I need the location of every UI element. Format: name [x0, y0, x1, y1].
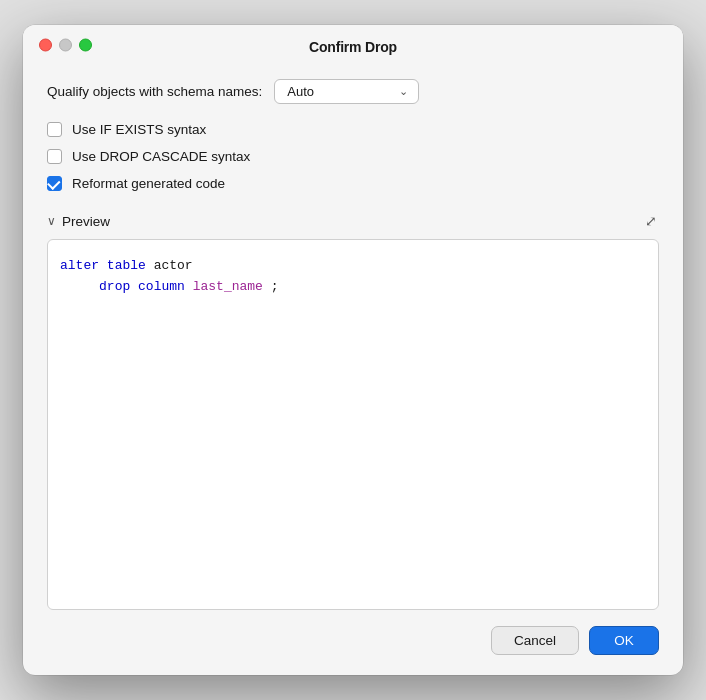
kw-last-name: last_name	[193, 279, 263, 294]
preview-section: ∨ Preview ⤢ alter table actor drop	[47, 211, 659, 610]
reformat-code-label: Reformat generated code	[72, 176, 225, 191]
ok-button[interactable]: OK	[589, 626, 659, 655]
minimize-button[interactable]	[59, 39, 72, 52]
traffic-lights	[39, 39, 92, 52]
preview-title: Preview	[62, 214, 110, 229]
preview-header: ∨ Preview ⤢	[47, 211, 659, 231]
cancel-button[interactable]: Cancel	[491, 626, 579, 655]
confirm-drop-dialog: Confirm Drop Qualify objects with schema…	[23, 25, 683, 675]
checkbox-row-if-exists: Use IF EXISTS syntax	[47, 122, 659, 137]
expand-icon[interactable]: ⤢	[643, 211, 659, 231]
titlebar: Confirm Drop	[23, 25, 683, 65]
code-preview-box: alter table actor drop column last_name …	[47, 239, 659, 610]
schema-row: Qualify objects with schema names: Auto …	[47, 79, 659, 104]
dialog-title: Confirm Drop	[309, 39, 397, 55]
use-drop-cascade-checkbox[interactable]	[47, 149, 62, 164]
checkbox-row-drop-cascade: Use DROP CASCADE syntax	[47, 149, 659, 164]
preview-collapse-toggle[interactable]: ∨ Preview	[47, 214, 110, 229]
dialog-body: Qualify objects with schema names: Auto …	[23, 65, 683, 610]
kw-alter: alter	[60, 258, 99, 273]
kw-drop: drop	[99, 279, 130, 294]
chevron-down-icon: ⌄	[399, 85, 408, 98]
kw-column: column	[138, 279, 185, 294]
schema-dropdown-value: Auto	[287, 84, 314, 99]
use-if-exists-checkbox[interactable]	[47, 122, 62, 137]
use-if-exists-label: Use IF EXISTS syntax	[72, 122, 206, 137]
close-button[interactable]	[39, 39, 52, 52]
maximize-button[interactable]	[79, 39, 92, 52]
reformat-code-checkbox[interactable]	[47, 176, 62, 191]
code-line-2: drop column last_name ;	[60, 277, 646, 298]
use-drop-cascade-label: Use DROP CASCADE syntax	[72, 149, 250, 164]
kw-table: table	[107, 258, 146, 273]
code-content[interactable]: alter table actor drop column last_name …	[48, 240, 658, 314]
code-line-1: alter table actor	[60, 256, 646, 277]
preview-chevron-icon: ∨	[47, 214, 56, 228]
schema-dropdown[interactable]: Auto ⌄	[274, 79, 419, 104]
schema-label: Qualify objects with schema names:	[47, 84, 262, 99]
checkbox-row-reformat: Reformat generated code	[47, 176, 659, 191]
dialog-footer: Cancel OK	[23, 610, 683, 675]
